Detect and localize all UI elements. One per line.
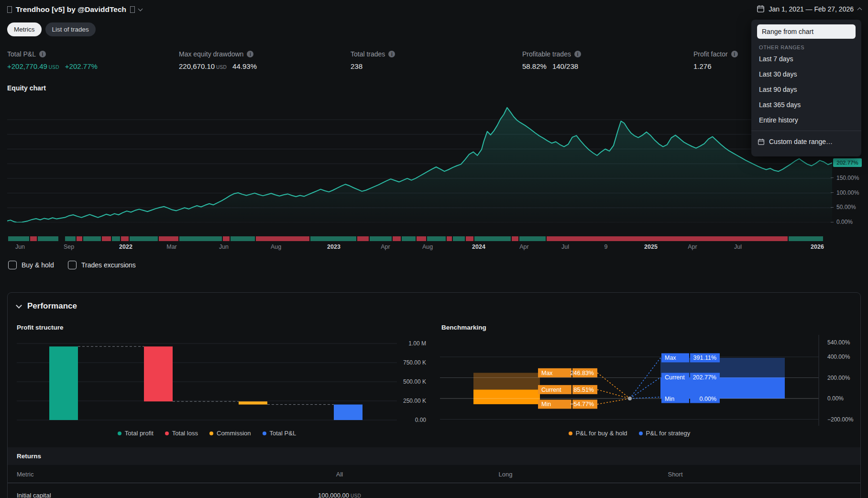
gap-segment bbox=[59, 236, 64, 241]
x-axis-label: Apr bbox=[381, 243, 390, 250]
tab-metrics[interactable]: Metrics bbox=[7, 22, 42, 36]
menu-item-range-from-chart[interactable]: Range from chart bbox=[757, 24, 856, 39]
menu-item-last-30-days[interactable]: Last 30 days bbox=[751, 66, 861, 82]
win-segment bbox=[310, 236, 356, 241]
dotted-line bbox=[630, 358, 660, 398]
y-axis-label: −200.00% bbox=[827, 416, 854, 423]
stat-unit: USD bbox=[49, 65, 59, 70]
stat-label: Total trades bbox=[351, 50, 385, 58]
y-axis-label: 0.00% bbox=[831, 219, 853, 225]
view-tabs: Metrics List of trades bbox=[7, 22, 96, 36]
benchmarking-legend: P&L for buy & hold P&L for strategy bbox=[440, 430, 819, 437]
x-axis-label: Aug bbox=[271, 243, 281, 250]
info-icon[interactable]: i bbox=[731, 51, 738, 57]
menu-divider bbox=[751, 131, 861, 131]
x-axis-label: 2022 bbox=[119, 243, 132, 250]
date-range-label: Jan 1, 2021 — Feb 27, 2026 bbox=[769, 5, 854, 13]
chip-value-text: 0.00% bbox=[700, 396, 716, 402]
stat-label: Profitable trades bbox=[522, 50, 571, 58]
legend-pnl-strategy[interactable]: P&L for strategy bbox=[639, 430, 691, 437]
loss-segment bbox=[393, 236, 401, 241]
returns-section-header: Returns bbox=[8, 447, 860, 465]
loss-segment bbox=[102, 236, 111, 241]
menu-section-label: OTHER RANGES bbox=[759, 44, 854, 50]
menu-item-entire-history[interactable]: Entire history bbox=[751, 112, 861, 128]
win-segment bbox=[231, 236, 255, 241]
trade-result-strip bbox=[8, 236, 824, 241]
x-axis-label: 2026 bbox=[811, 243, 824, 250]
strategy-title-row[interactable]: Trendhoo [v5] by @DaviddTech bbox=[7, 5, 142, 14]
menu-item-custom-date-range[interactable]: Custom date range… bbox=[751, 134, 861, 149]
menu-item-last-365-days[interactable]: Last 365 days bbox=[751, 97, 861, 112]
y-axis-label: 750.00 K bbox=[403, 359, 426, 366]
y-axis-label: 150.00% bbox=[831, 175, 859, 181]
win-segment bbox=[179, 236, 222, 241]
column-header-long: Long bbox=[499, 471, 513, 478]
equity-current-badge: 202.77% bbox=[833, 158, 862, 167]
checkbox-icon[interactable] bbox=[68, 261, 77, 269]
stat-profit-factor: Profit factori 1.276 bbox=[693, 50, 738, 70]
equity-chart[interactable] bbox=[7, 94, 832, 222]
loss-segment bbox=[159, 236, 178, 241]
x-axis-label: Mar bbox=[166, 243, 177, 250]
stat-secondary: 44.93% bbox=[232, 62, 257, 70]
info-icon[interactable]: i bbox=[388, 51, 395, 57]
info-icon[interactable]: i bbox=[247, 51, 253, 57]
y-axis-label: 1.00 M bbox=[408, 340, 426, 347]
chip-value-text: 391.11% bbox=[693, 354, 716, 361]
x-axis-label: Jun bbox=[219, 243, 229, 250]
column-header-short: Short bbox=[668, 471, 682, 478]
legend-commission[interactable]: Commission bbox=[209, 430, 251, 437]
legend-total-profit[interactable]: Total profit bbox=[118, 430, 154, 437]
y-axis-label: 540.00% bbox=[827, 339, 850, 346]
value-unit: USD bbox=[351, 493, 361, 498]
x-axis-label: Aug bbox=[422, 243, 433, 250]
table-row-metric: Initial capital bbox=[17, 492, 51, 498]
chevron-down-icon[interactable] bbox=[16, 302, 22, 309]
benchmarking-chart[interactable]: Max246.83%Current85.51%Min−54.77%Max391.… bbox=[440, 335, 868, 426]
checkbox-trades-excursions[interactable]: Trades excursions bbox=[68, 261, 136, 269]
win-segment bbox=[402, 236, 416, 241]
legend-total-pnl[interactable]: Total P&L bbox=[263, 430, 297, 437]
legend-dot bbox=[639, 432, 643, 435]
loss-segment bbox=[121, 236, 128, 241]
dotted-line bbox=[597, 389, 630, 398]
legend-pnl-buy-hold[interactable]: P&L for buy & hold bbox=[569, 430, 627, 437]
equity-area bbox=[7, 108, 832, 222]
win-segment bbox=[519, 236, 546, 241]
stat-label: Profit factor bbox=[693, 50, 728, 58]
checkbox-buy-and-hold[interactable]: Buy & hold bbox=[8, 261, 54, 269]
win-segment bbox=[38, 236, 58, 241]
win-segment bbox=[474, 236, 511, 241]
info-icon[interactable]: i bbox=[574, 51, 581, 57]
strategy-tester-panel: Trendhoo [v5] by @DaviddTech Jan 1, 2021… bbox=[0, 0, 868, 498]
chip-value-text: −54.77% bbox=[570, 401, 594, 408]
profit-structure-chart[interactable]: 1.00 M750.00 K500.00 K250.00 K0.00 bbox=[17, 335, 428, 426]
chevron-down-icon[interactable] bbox=[138, 7, 143, 11]
x-axis-label: 2023 bbox=[327, 243, 341, 250]
win-segment bbox=[453, 236, 465, 241]
bar-commission bbox=[239, 401, 267, 404]
chip-label-text: Max bbox=[665, 354, 676, 361]
y-axis-label: 0.00 bbox=[415, 417, 427, 423]
stat-secondary: 140/238 bbox=[552, 62, 578, 70]
stat-label: Max equity drawdown bbox=[179, 50, 243, 58]
stat-unit: USD bbox=[216, 65, 227, 70]
column-header-all: All bbox=[336, 471, 343, 478]
info-icon[interactable]: i bbox=[39, 51, 46, 57]
buy-hold-band-upper bbox=[473, 373, 540, 389]
tab-list-of-trades[interactable]: List of trades bbox=[45, 22, 96, 36]
buy-hold-band-lower bbox=[473, 389, 540, 404]
legend-total-loss[interactable]: Total loss bbox=[165, 430, 198, 437]
performance-header[interactable]: Performance bbox=[17, 301, 77, 311]
menu-item-last-7-days[interactable]: Last 7 days bbox=[751, 51, 861, 66]
date-range-button[interactable]: Jan 1, 2021 — Feb 27, 2026 bbox=[757, 5, 861, 13]
checkbox-icon[interactable] bbox=[8, 261, 17, 269]
menu-item-last-90-days[interactable]: Last 90 days bbox=[751, 82, 861, 97]
dotted-line bbox=[597, 398, 630, 404]
stat-primary: 58.82% bbox=[522, 62, 547, 70]
convergence-dot bbox=[628, 397, 632, 400]
loss-segment bbox=[30, 236, 37, 241]
equity-chart-title: Equity chart bbox=[7, 84, 46, 92]
y-axis-label: 400.00% bbox=[827, 354, 850, 360]
